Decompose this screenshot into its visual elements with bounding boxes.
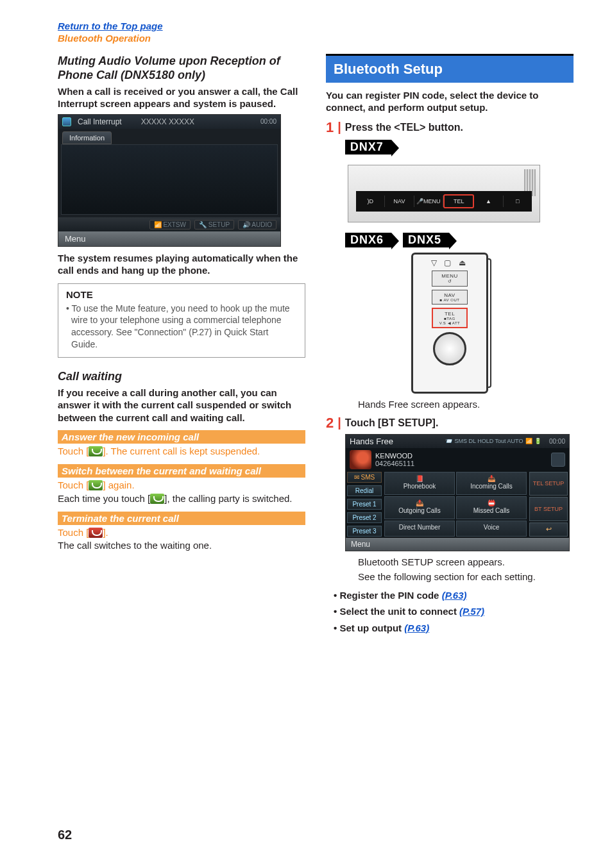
hf-device-name: KENWOOD [375,452,414,460]
hf-menu: Menu [346,538,569,551]
step-2-caption-1: Bluetooth SETUP screen appears. [358,556,574,567]
bottom-btn-setup: 🔧 SETUP [194,220,234,230]
note-body: • To use the Mute feature, you need to h… [66,303,297,351]
hf-preset3-btn[interactable]: Preset 3 [347,526,382,537]
panel-cell-nav: NAV [385,196,414,207]
muting-heading: Muting Audio Volume upon Reception of Ph… [58,54,305,83]
bluetooth-setup-heading: Bluetooth Setup [326,54,574,83]
terminate-body: Touch []. The call switches to the waiti… [58,526,305,553]
hf-bt-setup-btn[interactable]: BT SETUP [529,497,568,521]
answer-icon [150,494,164,504]
hf-preset1-btn[interactable]: Preset 1 [347,499,382,510]
page-number: 62 [58,828,72,842]
bottom-btn-extsw: 📶 EXTSW [149,220,191,230]
hf-top-icons: 📨 SMS DL HOLD Tout AUTO 📶 🔋 [445,438,541,444]
step-1-caption: Hands Free screen appears. [358,399,574,410]
dnx6-5-panel: ▽ ▢ ⏏ MENU ↺ NAV ■ AV OUT TEL ■TAG V.S ◀… [411,253,488,394]
dnx5-badge: DNX5 [403,233,449,247]
answer-icon [89,480,103,490]
link-p57[interactable]: (P.57) [459,606,484,617]
page: Return to the Top page Bluetooth Operati… [0,0,612,662]
volume-knob-icon [433,332,466,365]
bluetooth-icon [551,453,565,467]
left-column: Muting Audio Volume upon Reception of Ph… [58,54,305,637]
screenshot-tab: Information [62,131,112,144]
step-1: 1 | Press the <TEL> button. DNX7 [326,121,574,160]
hf-direct-btn[interactable]: Direct Number [384,521,455,536]
screenshot-clock: 00:00 [260,118,276,125]
hf-redial-btn[interactable]: Redial [347,485,382,496]
phone-icon [62,117,71,126]
hf-title: Hands Free [350,437,393,446]
right-column: Bluetooth Setup You can register PIN cod… [326,54,574,637]
step-1-number: 1 [326,121,334,135]
call-waiting-intro: If you receive a call during another cal… [58,387,305,424]
hands-free-screenshot: Hands Free 📨 SMS DL HOLD Tout AUTO 📶 🔋 0… [345,434,570,551]
resume-text: The system resumes playing automatically… [58,252,305,277]
hf-clock: 00:00 [549,438,565,445]
hf-number: 0426465111 [375,460,414,467]
muting-intro: When a call is received or you answer a … [58,85,305,110]
answer-icon [89,446,103,456]
bottom-btn-audio: 🔊 AUDIO [238,220,276,230]
section-label: Bluetooth Operation [58,33,151,44]
step-2-text: Touch [BT SETUP]. [345,417,438,429]
bullet-select: • Select the unit to connect (P.57) [334,603,574,620]
step-1-text: Press the <TEL> button. [345,122,463,133]
call-waiting-heading: Call waiting [58,369,305,384]
call-interrupt-screenshot: Call Interrupt XXXXX XXXXX 00:00 Informa… [58,114,281,247]
dnx7-panel: )D NAV 🎤MENU TEL ▲ □ [348,165,540,222]
step-2: 2 | Touch [BT SETUP]. [326,416,574,430]
screenshot-subtitle: XXXXX XXXXX [141,117,194,126]
bluetooth-setup-intro: You can register PIN code, select the de… [326,89,574,114]
hf-missed-btn[interactable]: 📛Missed Calls [456,496,527,519]
vert-tel-btn[interactable]: TEL ■TAG V.S ◀ ATT [432,308,468,328]
panel-cell-disp: □ [504,196,532,207]
hf-tel-setup-btn[interactable]: TEL SETUP [529,472,568,496]
terminate-header: Terminate the current call [58,512,305,525]
panel-cell-menu: 🎤MENU [414,196,443,207]
hangup-icon [89,528,103,538]
panel-cell-tel[interactable]: TEL [443,194,474,208]
answer-body: Touch []. The current call is kept suspe… [58,445,305,458]
hf-sms-btn[interactable]: ✉ SMS [347,472,382,483]
screenshot-menu: Menu [58,231,280,246]
hf-outgoing-btn[interactable]: 📤Outgoing Calls [384,496,455,519]
vert-nav-btn: NAV ■ AV OUT [432,290,468,305]
link-p63-a[interactable]: (P.63) [442,590,467,601]
hf-voice-btn[interactable]: Voice [456,521,527,536]
dnx7-badge: DNX7 [345,140,391,154]
switch-header: Switch between the current and waiting c… [58,464,305,478]
return-link[interactable]: Return to the Top page [58,21,163,31]
panel-cell-eject: ▲ [474,196,503,207]
hf-back-btn[interactable]: ↩ [529,522,568,537]
panel-cell-d: )D [356,196,385,207]
link-p63-b[interactable]: (P.63) [404,622,429,633]
vert-menu-btn: MENU ↺ [432,271,468,287]
note-box: NOTE • To use the Mute feature, you need… [58,283,305,358]
header-links: Return to the Top page Bluetooth Operati… [58,21,574,45]
bullet-output: • Set up output (P.63) [334,620,574,637]
bullet-list: • Register the PIN code (P.63) • Select … [334,587,574,637]
screenshot-title: Call Interrupt [78,117,122,126]
vert-top-icons: ▽ ▢ ⏏ [417,258,482,267]
switch-body: Touch [] again. Each time you touch [], … [58,479,305,505]
dnx6-badge: DNX6 [345,233,391,247]
hf-incoming-btn[interactable]: 📥Incoming Calls [456,472,527,495]
step-2-number: 2 [326,416,334,430]
hf-phonebook-btn[interactable]: 📕Phonebook [384,472,455,495]
note-title: NOTE [66,289,297,300]
answer-header: Answer the new incoming call [58,430,305,444]
hf-preset2-btn[interactable]: Preset 2 [347,512,382,523]
signal-icon [350,450,371,469]
step-2-caption-2: See the following section for each setti… [358,571,574,582]
bullet-register: • Register the PIN code (P.63) [334,587,574,604]
